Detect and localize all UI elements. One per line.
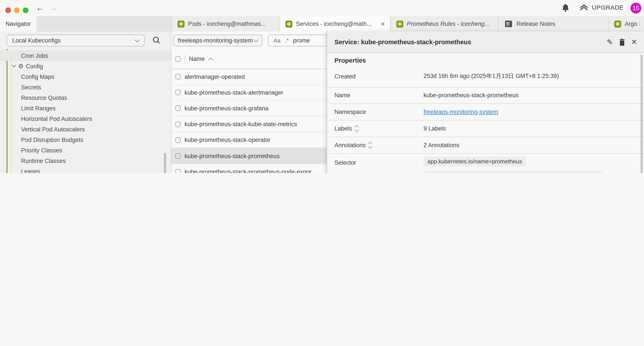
namespace-selector[interactable]: freeleaps-monitoring-system <box>173 34 262 46</box>
tab-navigator[interactable]: Navigator <box>0 16 36 31</box>
upgrade-button[interactable]: UPGRADE <box>580 3 624 11</box>
table-row[interactable]: kube-prometheus-stack-operator <box>172 132 326 148</box>
document-tab[interactable]: Argo Se <box>608 16 644 31</box>
labels-label: Labels <box>334 125 424 132</box>
document-tab[interactable]: Services - icecheng@math... × <box>280 16 390 31</box>
created-label: Created <box>334 73 424 80</box>
tree-item-label: Pod Disruption Budgets <box>21 136 83 143</box>
chevron-down-icon <box>135 37 140 42</box>
tree-item[interactable]: Secrets <box>0 82 171 92</box>
tree-item-label: Cron Jobs <box>21 52 48 59</box>
selector-row: Selector app.kubernetes.io/name=promethe… <box>327 154 644 173</box>
close-panel-icon[interactable]: × <box>631 37 637 47</box>
tree-item[interactable]: Horizontal Pod Autoscalers <box>0 113 171 124</box>
tree-item[interactable]: Priority Classes <box>0 145 171 155</box>
resource-tree: Cron Jobs Config Config Maps <box>0 49 171 173</box>
name-column-header[interactable]: Name <box>189 56 205 62</box>
service-name: kube-prometheus-stack-grafana <box>184 105 268 112</box>
tab-label: Services - icecheng@math... <box>296 20 376 27</box>
app-window: ← → UPGRADE 15 Navigator Pod <box>0 0 644 173</box>
navigator-sidebar: Local Kubeconfigs Cron Jobs <box>0 31 172 173</box>
minimize-window-button[interactable] <box>14 7 20 13</box>
tree-item[interactable]: Cron Jobs <box>0 50 171 61</box>
sidebar-toolbar: Local Kubeconfigs <box>0 31 171 49</box>
tree-item-label: Runtime Classes <box>21 157 66 164</box>
name-row: Name kube-prometheus-stack-prometheus <box>327 87 644 104</box>
annotations-label: Annotations <box>334 142 424 148</box>
service-name: kube-prometheus-stack-prometheus-node-ex… <box>184 168 312 173</box>
document-tab[interactable]: Release Notes <box>498 16 608 31</box>
tab-label: Argo Se <box>625 20 640 27</box>
tree-item[interactable]: Config <box>0 61 171 71</box>
document-tab[interactable]: Pods - icecheng@mathmas... <box>172 16 280 31</box>
row-checkbox[interactable] <box>175 169 180 173</box>
table-row[interactable]: kube-prometheus-stack-kube-state-metrics <box>172 116 326 132</box>
tree-item[interactable]: Config Maps <box>0 71 171 82</box>
expand-collapse-icon[interactable] <box>369 142 372 148</box>
tree-item-label: Secrets <box>21 84 41 90</box>
close-window-button[interactable] <box>5 7 11 13</box>
tree-item[interactable]: Pod Disruption Budgets <box>0 134 171 145</box>
tab-close-icon[interactable]: × <box>380 20 386 28</box>
annotations-row: Annotations 2 Annotations <box>327 137 644 154</box>
tab-label: Release Notes <box>516 20 604 27</box>
tab-icon <box>286 20 292 27</box>
tab-label: Pods - icecheng@mathmas... <box>188 20 275 27</box>
sort-ascending-icon[interactable] <box>208 57 214 62</box>
filter-value: prome <box>293 37 310 44</box>
row-checkbox[interactable] <box>175 122 180 127</box>
labels-value[interactable]: 9 Labels <box>424 125 446 132</box>
detail-scrollbar[interactable] <box>640 55 642 173</box>
notifications-bell-icon[interactable] <box>562 3 570 12</box>
expand-collapse-icon[interactable] <box>355 125 358 131</box>
sidebar-scrollbar[interactable] <box>164 153 166 173</box>
upgrade-label: UPGRADE <box>592 4 624 11</box>
namespace-link[interactable]: freeleaps-monitoring-system <box>424 109 498 115</box>
row-checkbox[interactable] <box>175 74 180 79</box>
table-row[interactable]: alertmanager-operated <box>172 69 326 85</box>
regex-toggle[interactable]: .* <box>285 37 289 44</box>
row-checkbox[interactable] <box>175 137 180 143</box>
service-name: kube-prometheus-stack-prometheus <box>184 153 280 159</box>
row-checkbox[interactable] <box>175 153 180 159</box>
table-row[interactable]: kube-prometheus-stack-prometheus-node-ex… <box>172 164 326 173</box>
match-case-toggle[interactable]: Aa <box>274 37 280 44</box>
selector-chips: app.kubernetes.io/name=prometheus operat… <box>424 157 602 173</box>
name-label: Name <box>334 92 424 99</box>
row-checkbox[interactable] <box>175 90 180 95</box>
table-row[interactable]: kube-prometheus-stack-grafana <box>172 101 326 116</box>
service-detail-panel: Service: kube-prometheus-stack-prometheu… <box>326 31 644 173</box>
tree-item-label: Limit Ranges <box>21 105 56 111</box>
zoom-window-button[interactable] <box>23 7 28 13</box>
tree-chevron-icon[interactable] <box>12 64 16 68</box>
kubeconfig-selector[interactable]: Local Kubeconfigs <box>6 34 145 46</box>
selector-chip: app.kubernetes.io/name=prometheus <box>424 157 526 166</box>
select-all-checkbox[interactable] <box>175 56 180 61</box>
tree-item-label: Priority Classes <box>21 147 62 153</box>
delete-trash-icon[interactable] <box>619 38 625 46</box>
document-tabs: Pods - icecheng@mathmas... Services - ic… <box>172 16 644 31</box>
service-name: kube-prometheus-stack-kube-state-metrics <box>184 121 297 127</box>
tree-item[interactable]: Limit Ranges <box>0 103 171 113</box>
name-value: kube-prometheus-stack-prometheus <box>424 92 518 99</box>
upgrade-chevrons-icon <box>580 3 588 11</box>
back-button[interactable]: ← <box>34 2 46 13</box>
window-titlebar: ← → UPGRADE 15 <box>0 0 644 16</box>
table-row[interactable]: kube-prometheus-stack-alertmanager <box>172 85 326 100</box>
tree-item[interactable]: Vertical Pod Autoscalers <box>0 124 171 134</box>
table-header: Name <box>172 49 326 69</box>
filter-input[interactable]: Aa .* prome <box>268 34 326 46</box>
tree-item[interactable]: Resource Quotas <box>0 92 171 103</box>
document-tab[interactable]: Prometheus Rules - icecheng... <box>390 16 498 31</box>
tree-item[interactable]: Runtime Classes <box>0 155 171 166</box>
kubeconfig-selector-value: Local Kubeconfigs <box>12 37 136 44</box>
forward-button[interactable]: → <box>47 2 59 13</box>
edit-icon[interactable]: ✎ <box>607 37 613 47</box>
labels-row: Labels 9 Labels <box>327 120 644 137</box>
notification-count-badge[interactable]: 15 <box>630 3 641 13</box>
table-row[interactable]: kube-prometheus-stack-prometheus <box>172 148 326 164</box>
tree-item[interactable]: Leases <box>0 166 171 173</box>
row-checkbox[interactable] <box>175 106 180 111</box>
sidebar-search-icon[interactable] <box>152 36 160 44</box>
annotations-value[interactable]: 2 Annotations <box>424 142 460 148</box>
